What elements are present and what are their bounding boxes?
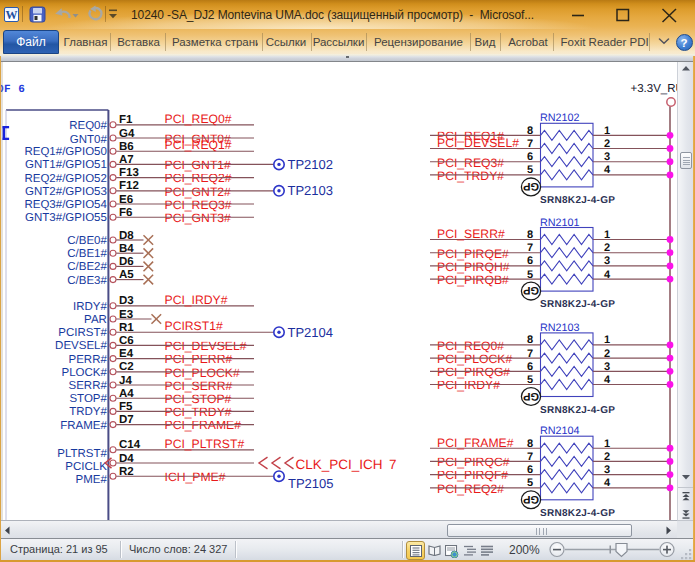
svg-text:PME#: PME#	[76, 474, 108, 486]
svg-text:7: 7	[527, 348, 533, 360]
svg-text:PCI_REQ3#: PCI_REQ3#	[165, 198, 232, 212]
svg-text:SRN8K2J-4-GP: SRN8K2J-4-GP	[540, 508, 615, 519]
svg-text:PCI_GNT3#: PCI_GNT3#	[165, 211, 232, 225]
svg-text:REQ0#: REQ0#	[69, 120, 107, 132]
svg-text:7: 7	[527, 242, 533, 254]
svg-text:PCI_GNT1#: PCI_GNT1#	[165, 158, 232, 172]
svg-text:GNT0#: GNT0#	[70, 134, 108, 146]
svg-text:PCI_FRAME#: PCI_FRAME#	[437, 436, 514, 450]
svg-text:PCI_PIRQH#: PCI_PIRQH#	[437, 260, 510, 274]
svg-text:TP2105: TP2105	[288, 476, 334, 491]
svg-text:7: 7	[389, 457, 397, 472]
svg-text:PCI_REQ0#: PCI_REQ0#	[437, 339, 504, 353]
svg-text:PCI_TRDY#: PCI_TRDY#	[437, 169, 504, 183]
svg-text:6: 6	[527, 464, 533, 476]
svg-text:PCI_PIRQB#: PCI_PIRQB#	[437, 273, 509, 287]
svg-text:PCI_GNT2#: PCI_GNT2#	[165, 185, 232, 199]
svg-text:PLOCK#: PLOCK#	[62, 367, 108, 379]
svg-text:PCI_REQ1#: PCI_REQ1#	[165, 138, 232, 152]
svg-text:5: 5	[527, 477, 533, 489]
svg-text:PCIRST1#: PCIRST1#	[165, 319, 223, 333]
svg-text:7: 7	[527, 138, 533, 150]
svg-text:PAR: PAR	[84, 314, 107, 326]
svg-text:RN2104: RN2104	[540, 425, 580, 437]
svg-text:PCI_PIRQF#: PCI_PIRQF#	[437, 468, 508, 482]
svg-text:PCI_REQ3#: PCI_REQ3#	[437, 156, 504, 170]
svg-text:GP: GP	[523, 284, 539, 296]
svg-text:PCI_PIRQG#: PCI_PIRQG#	[437, 365, 510, 379]
svg-text:PCIRST#: PCIRST#	[58, 327, 107, 339]
svg-text:REQ2#/GPIO52: REQ2#/GPIO52	[24, 173, 106, 185]
svg-text:GP: GP	[523, 390, 539, 402]
svg-text:OF 6: OF 6	[1, 84, 25, 96]
svg-text:PCI_DEVSEL#: PCI_DEVSEL#	[437, 136, 519, 150]
svg-text:5: 5	[527, 374, 533, 386]
svg-text:C/BE1#: C/BE1#	[67, 248, 107, 260]
svg-text:PCI_DEVSEL#: PCI_DEVSEL#	[165, 339, 247, 353]
svg-text:PCI_IRDY#: PCI_IRDY#	[165, 293, 228, 307]
svg-text:GNT3#/GPIO55: GNT3#/GPIO55	[25, 212, 107, 224]
svg-text:6: 6	[527, 361, 533, 373]
svg-text:8: 8	[527, 438, 533, 450]
svg-text:C/BE0#: C/BE0#	[67, 235, 107, 247]
svg-text:SRN8K2J-4-GP: SRN8K2J-4-GP	[540, 195, 615, 206]
svg-text:GNT1#/GPIO51: GNT1#/GPIO51	[25, 159, 107, 171]
svg-text:STOP#: STOP#	[69, 393, 107, 405]
svg-text:PCI_PERR#: PCI_PERR#	[165, 352, 233, 366]
svg-text:PCI_REQ2#: PCI_REQ2#	[437, 482, 504, 496]
svg-text:PCI_STOP#: PCI_STOP#	[165, 392, 232, 406]
svg-text:TP2102: TP2102	[288, 157, 334, 172]
svg-text:PCI_PLTRST#: PCI_PLTRST#	[165, 437, 245, 451]
svg-text:8: 8	[527, 334, 533, 346]
svg-text:PCI_REQ0#: PCI_REQ0#	[165, 112, 232, 126]
svg-text:SRN8K2J-4-GP: SRN8K2J-4-GP	[540, 405, 615, 416]
svg-text:PCI_TRDY#: PCI_TRDY#	[165, 405, 232, 419]
svg-text:PCI_IRDY#: PCI_IRDY#	[437, 378, 500, 392]
svg-text:7: 7	[527, 451, 533, 463]
svg-text:5: 5	[527, 164, 533, 176]
svg-text:6: 6	[527, 255, 533, 267]
svg-text:PCI_REQ2#: PCI_REQ2#	[165, 171, 232, 185]
svg-text:PCI_PLOCK#: PCI_PLOCK#	[437, 352, 512, 366]
svg-text:8: 8	[527, 229, 533, 241]
svg-text:PCI_PLOCK#: PCI_PLOCK#	[165, 366, 240, 380]
svg-text:REQ1#/GPIO50: REQ1#/GPIO50	[24, 146, 106, 158]
svg-text:C/BE3#: C/BE3#	[67, 275, 107, 287]
svg-text:6: 6	[527, 151, 533, 163]
svg-text:SERR#: SERR#	[69, 380, 108, 392]
svg-text:PCI_SERR#: PCI_SERR#	[165, 379, 233, 393]
svg-text:GNT2#/GPIO53: GNT2#/GPIO53	[25, 186, 107, 198]
svg-text:TRDY#: TRDY#	[69, 406, 107, 418]
svg-text:PCI_PIRQE#: PCI_PIRQE#	[437, 247, 509, 261]
svg-text:DEVSEL#: DEVSEL#	[55, 340, 107, 352]
svg-text:RN2102: RN2102	[540, 112, 580, 124]
svg-text:RN2101: RN2101	[540, 217, 580, 229]
svg-text:PERR#: PERR#	[69, 354, 108, 366]
svg-text:TP2104: TP2104	[288, 325, 334, 340]
svg-text:CLK_PCI_ICH: CLK_PCI_ICH	[296, 457, 383, 472]
svg-text:GP: GP	[523, 493, 539, 505]
svg-text:IRDY#: IRDY#	[73, 301, 107, 313]
svg-text:PCICLK: PCICLK	[65, 461, 107, 473]
svg-text:ICH_PME#: ICH_PME#	[165, 470, 226, 484]
svg-text:PCI_PIRQC#: PCI_PIRQC#	[437, 455, 510, 469]
svg-text:REQ3#/GPIO54: REQ3#/GPIO54	[24, 199, 107, 211]
svg-text:TP2103: TP2103	[288, 183, 334, 198]
svg-text:PLTRST#: PLTRST#	[57, 448, 107, 460]
svg-text:8: 8	[527, 125, 533, 137]
svg-text:GP: GP	[523, 180, 539, 192]
svg-text:FRAME#: FRAME#	[60, 420, 107, 432]
svg-text:+3.3V_RUN: +3.3V_RUN	[631, 83, 678, 95]
svg-text:C/BE2#: C/BE2#	[67, 261, 107, 273]
svg-text:PCI_FRAME#: PCI_FRAME#	[165, 418, 242, 432]
svg-text:RN2103: RN2103	[540, 322, 580, 334]
svg-text:5: 5	[527, 269, 533, 281]
svg-text:PCI_SERR#: PCI_SERR#	[437, 227, 505, 241]
svg-text:SRN8K2J-4-GP: SRN8K2J-4-GP	[540, 299, 615, 310]
